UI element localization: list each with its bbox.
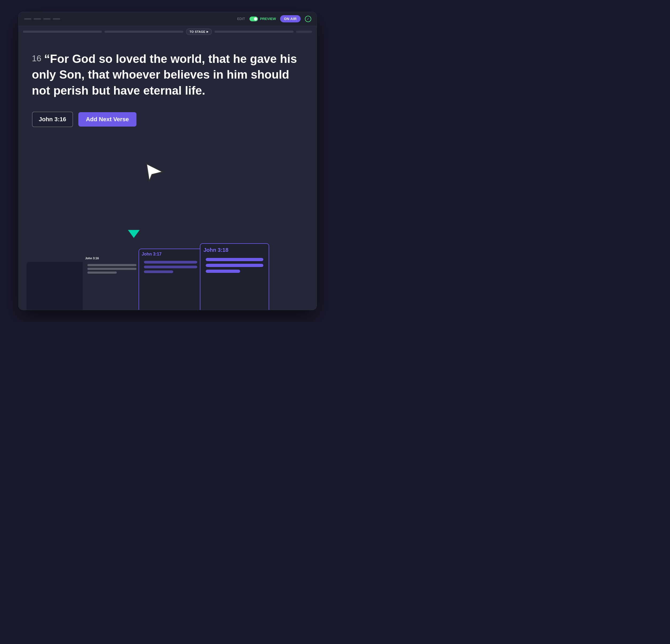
toggle-dot[interactable] [250, 16, 258, 21]
green-dropdown-arrow [128, 230, 140, 238]
preview-card-john-317[interactable]: John 3:17 [138, 249, 203, 310]
bar-segment [23, 31, 102, 33]
card-lines [85, 262, 138, 276]
top-bar: EDIT PREVIEW ON AIR ✓ [19, 12, 317, 26]
card-lines [142, 259, 199, 275]
to-stage-arrow: ▶ [206, 30, 209, 33]
top-bar-segments [24, 18, 60, 20]
check-icon[interactable]: ✓ [305, 16, 311, 22]
on-air-button[interactable]: ON AIR [280, 15, 300, 22]
preview-cards-row: John 3:16 John 3:17 John 3:18 [19, 243, 317, 310]
verse-text: “For God so loved the world, that he gav… [32, 52, 297, 97]
card-line [88, 268, 136, 270]
card-line-short [206, 270, 240, 273]
preview-label: PREVIEW [260, 17, 276, 21]
second-bar: TO STAGE ▶ [19, 26, 317, 38]
bar-dot [43, 18, 51, 20]
preview-toggle[interactable]: PREVIEW [250, 16, 276, 21]
card-line-short [88, 271, 117, 274]
card-label: John 3:17 [142, 252, 199, 257]
card-line [88, 264, 136, 266]
bar-segment [215, 31, 293, 33]
to-stage-button[interactable]: TO STAGE ▶ [186, 28, 212, 35]
edit-label[interactable]: EDIT [237, 17, 245, 21]
bar-dot [53, 18, 60, 20]
verse-number: 16 [32, 54, 42, 63]
bar-segment [105, 31, 183, 33]
bar-dot [34, 18, 41, 20]
card-label: John 3:16 [85, 257, 138, 260]
card-line [206, 264, 263, 267]
svg-marker-0 [147, 164, 163, 181]
card-line [144, 261, 197, 264]
bar-dot [24, 18, 31, 20]
app-window: EDIT PREVIEW ON AIR ✓ TO STAGE ▶ 16 “For… [18, 12, 317, 310]
card-line [206, 258, 263, 261]
preview-card-empty[interactable] [27, 262, 85, 310]
card-lines [204, 256, 266, 275]
verse-container: 16 “For God so loved the world, that he … [32, 48, 303, 98]
preview-card-john-318[interactable]: John 3:18 [200, 243, 269, 310]
bottom-controls: John 3:16 Add Next Verse [32, 112, 303, 127]
reference-box[interactable]: John 3:16 [32, 112, 73, 127]
bar-segment-small [296, 31, 312, 33]
card-line [144, 266, 197, 268]
card-line-short [144, 270, 173, 273]
preview-card-current[interactable]: John 3:16 [83, 254, 141, 310]
card-label: John 3:18 [204, 247, 266, 253]
add-next-verse-button[interactable]: Add Next Verse [78, 112, 136, 126]
